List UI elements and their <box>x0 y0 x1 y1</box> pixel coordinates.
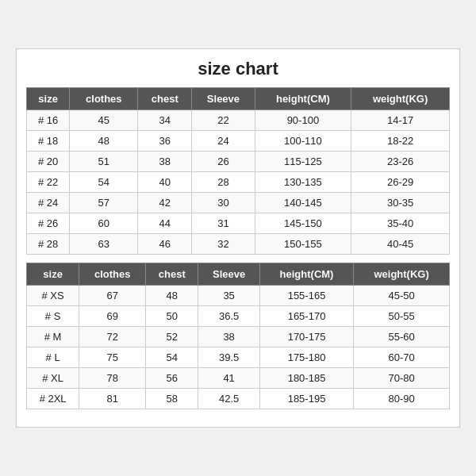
table-row: # XS674835155-16545-50 <box>27 286 450 306</box>
table-cell: 50 <box>146 306 198 327</box>
table-cell: # 24 <box>27 193 70 213</box>
table-cell: 185-195 <box>259 389 353 409</box>
table-cell: 31 <box>192 213 255 234</box>
table-cell: 81 <box>79 389 146 409</box>
table-cell: 50-55 <box>354 306 450 327</box>
table-cell: 26 <box>192 152 255 172</box>
header-cell: chest <box>138 88 192 110</box>
table-cell: 39.5 <box>198 347 259 368</box>
header-cell: chest <box>146 263 198 286</box>
table-row: # 20513826115-12523-26 <box>27 152 450 172</box>
table-cell: 150-155 <box>255 234 351 255</box>
chart-title: size chart <box>26 59 450 79</box>
table-cell: 46 <box>138 234 192 255</box>
table-cell: 60-70 <box>354 347 450 368</box>
table-cell: 24 <box>192 131 255 152</box>
table-cell: 60 <box>70 213 138 234</box>
table-cell: 140-145 <box>255 193 351 213</box>
table-cell: 51 <box>70 152 138 172</box>
table-row: # 28634632150-15540-45 <box>27 234 450 255</box>
table-cell: 38 <box>138 152 192 172</box>
table-cell: 45 <box>70 110 138 131</box>
table-cell: 32 <box>192 234 255 255</box>
size-table-2: sizeclotheschestSleeveheight(CM)weight(K… <box>26 263 450 409</box>
table-cell: 75 <box>79 347 146 368</box>
table-cell: 45-50 <box>354 286 450 306</box>
table-row: # 22544028130-13526-29 <box>27 172 450 193</box>
table-cell: 67 <box>79 286 146 306</box>
table-cell: 90-100 <box>255 110 351 131</box>
table-cell: 42.5 <box>198 389 259 409</box>
table-cell: 41 <box>198 368 259 389</box>
table-cell: 23-26 <box>351 152 450 172</box>
size-table-1: sizeclotheschestSleeveheight(CM)weight(K… <box>26 87 450 255</box>
table-cell: # 28 <box>27 234 70 255</box>
table-cell: # L <box>27 347 79 368</box>
table-row: # XL785641180-18570-80 <box>27 368 450 389</box>
table-row: # S695036.5165-17050-55 <box>27 306 450 327</box>
table-cell: 180-185 <box>259 368 353 389</box>
table-cell: 145-150 <box>255 213 351 234</box>
table-cell: 30 <box>192 193 255 213</box>
table-cell: # 20 <box>27 152 70 172</box>
table-cell: 48 <box>70 131 138 152</box>
header-cell: Sleeve <box>198 263 259 286</box>
table-row: # 24574230140-14530-35 <box>27 193 450 213</box>
table-cell: 55-60 <box>354 327 450 347</box>
table-cell: 18-22 <box>351 131 450 152</box>
table-cell: 35 <box>198 286 259 306</box>
table-cell: 26-29 <box>351 172 450 193</box>
table-cell: 34 <box>138 110 192 131</box>
table-cell: 42 <box>138 193 192 213</box>
table-cell: 170-175 <box>259 327 353 347</box>
header-cell: Sleeve <box>192 88 255 110</box>
table-cell: 35-40 <box>351 213 450 234</box>
header-cell: size <box>27 88 70 110</box>
table2-header-row: sizeclotheschestSleeveheight(CM)weight(K… <box>27 263 450 286</box>
header-cell: weight(KG) <box>354 263 450 286</box>
header-cell: height(CM) <box>255 88 351 110</box>
table-cell: # S <box>27 306 79 327</box>
table-cell: # M <box>27 327 79 347</box>
table-cell: 56 <box>146 368 198 389</box>
table-cell: 40 <box>138 172 192 193</box>
table-row: # M725238170-17555-60 <box>27 327 450 347</box>
header-cell: weight(KG) <box>351 88 450 110</box>
table-cell: 155-165 <box>259 286 353 306</box>
header-cell: clothes <box>79 263 146 286</box>
table-cell: 115-125 <box>255 152 351 172</box>
table-cell: 165-170 <box>259 306 353 327</box>
table-cell: 40-45 <box>351 234 450 255</box>
table-cell: # 22 <box>27 172 70 193</box>
table-cell: 80-90 <box>354 389 450 409</box>
table-row: # 18483624100-11018-22 <box>27 131 450 152</box>
table-cell: 54 <box>146 347 198 368</box>
table-cell: 48 <box>146 286 198 306</box>
table-cell: 63 <box>70 234 138 255</box>
table-cell: 100-110 <box>255 131 351 152</box>
table-cell: 130-135 <box>255 172 351 193</box>
table-cell: # 16 <box>27 110 70 131</box>
table-cell: 70-80 <box>354 368 450 389</box>
table1-header-row: sizeclotheschestSleeveheight(CM)weight(K… <box>27 88 450 110</box>
table-cell: # XL <box>27 368 79 389</box>
table-cell: 54 <box>70 172 138 193</box>
table-row: # 2XL815842.5185-19580-90 <box>27 389 450 409</box>
table-cell: # 18 <box>27 131 70 152</box>
table-cell: # 26 <box>27 213 70 234</box>
table-cell: 22 <box>192 110 255 131</box>
table-row: # L755439.5175-18060-70 <box>27 347 450 368</box>
header-cell: height(CM) <box>259 263 353 286</box>
table-cell: 14-17 <box>351 110 450 131</box>
table-cell: 175-180 <box>259 347 353 368</box>
table-cell: 44 <box>138 213 192 234</box>
table1-body: # 1645342290-10014-17# 18483624100-11018… <box>27 110 450 255</box>
table-row: # 1645342290-10014-17 <box>27 110 450 131</box>
table-cell: 52 <box>146 327 198 347</box>
table-cell: 28 <box>192 172 255 193</box>
table-cell: 58 <box>146 389 198 409</box>
table-cell: 69 <box>79 306 146 327</box>
table-cell: 36 <box>138 131 192 152</box>
table-cell: 57 <box>70 193 138 213</box>
header-cell: size <box>27 263 79 286</box>
